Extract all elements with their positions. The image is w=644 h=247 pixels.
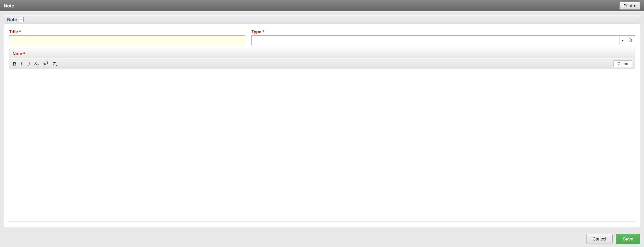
svg-point-0	[629, 39, 631, 41]
superscript-button[interactable]: X2	[42, 60, 49, 67]
window-title: Note	[4, 3, 14, 8]
titlebar: Note Print ▼	[0, 0, 644, 11]
note-field-label: Note *	[12, 51, 25, 56]
panel-header: Note −	[4, 15, 640, 24]
print-label: Print	[623, 3, 632, 8]
italic-button[interactable]: I	[20, 61, 23, 67]
window: Note Print ▼ Note − Title *	[0, 0, 644, 247]
subscript-button[interactable]: X2	[33, 60, 40, 67]
editor-toolbar: B I U X2 X2	[9, 58, 635, 69]
subscript-icon: X2	[34, 61, 39, 66]
type-input[interactable]	[251, 35, 619, 45]
type-search-button[interactable]	[626, 35, 635, 45]
panel-body: Title * Type * ▼	[4, 24, 640, 227]
print-button[interactable]: Print ▼	[619, 2, 640, 10]
bold-button[interactable]: B	[12, 61, 18, 67]
type-dropdown-button[interactable]: ▼	[619, 35, 626, 45]
note-editor-area[interactable]	[9, 69, 635, 222]
superscript-icon: X2	[43, 61, 48, 66]
type-group: Type * ▼	[251, 29, 635, 45]
panel-title: Note	[7, 17, 17, 22]
underline-icon: U	[26, 61, 30, 66]
svg-line-1	[631, 41, 632, 42]
content-area: Note − Title * Type * ▼	[0, 11, 644, 231]
underline-button[interactable]: U	[25, 61, 31, 67]
search-icon	[628, 38, 633, 43]
italic-icon: I	[21, 61, 22, 66]
note-editor-wrapper: Note * B I U	[9, 49, 635, 222]
title-input[interactable]	[9, 35, 245, 45]
clean-button[interactable]: Clean	[614, 60, 632, 67]
print-dropdown-arrow: ▼	[633, 4, 636, 7]
save-button[interactable]: Save	[616, 234, 640, 244]
collapse-button[interactable]: −	[19, 17, 24, 22]
footer-row: Cancel Save	[0, 231, 644, 247]
toolbar-left: B I U X2 X2	[12, 60, 59, 67]
note-label-bar: Note *	[9, 49, 635, 58]
clear-format-button[interactable]: T✕	[51, 61, 59, 67]
type-select-wrapper: ▼	[251, 35, 635, 45]
title-group: Title *	[9, 29, 245, 45]
bold-icon: B	[13, 61, 16, 66]
cancel-button[interactable]: Cancel	[586, 234, 613, 244]
clear-format-icon: T✕	[53, 61, 58, 66]
title-label: Title *	[9, 29, 245, 34]
type-label: Type *	[251, 29, 635, 34]
form-row-title-type: Title * Type * ▼	[9, 29, 635, 45]
note-panel: Note − Title * Type * ▼	[4, 15, 640, 227]
